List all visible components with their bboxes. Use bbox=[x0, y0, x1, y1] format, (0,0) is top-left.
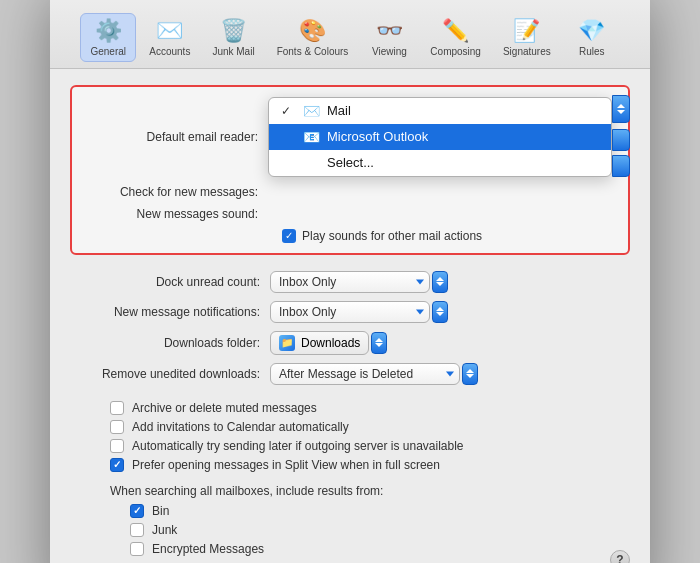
accounts-label: Accounts bbox=[149, 46, 190, 57]
sound-arrow[interactable] bbox=[612, 155, 630, 177]
dl-stepper-up bbox=[375, 338, 383, 342]
toolbar-item-signatures[interactable]: 📝 Signatures bbox=[494, 13, 560, 62]
search-section: When searching all mailboxes, include re… bbox=[70, 484, 630, 556]
dock-unread-label: Dock unread count: bbox=[70, 275, 270, 289]
encrypted-label: Encrypted Messages bbox=[152, 542, 264, 556]
dock-unread-select-wrapper: Inbox Only bbox=[270, 271, 430, 293]
remove-stepper[interactable] bbox=[462, 363, 478, 385]
search-title: When searching all mailboxes, include re… bbox=[110, 484, 630, 498]
downloads-label: Downloads folder: bbox=[70, 336, 270, 350]
fonts-icon: 🎨 bbox=[299, 18, 326, 44]
toolbar-item-general[interactable]: ⚙️ General bbox=[80, 13, 136, 62]
notifications-select-wrapper: Inbox Only bbox=[270, 301, 430, 323]
rm-stepper-down bbox=[466, 374, 474, 378]
bin-label: Bin bbox=[152, 504, 169, 518]
outlook-icon: 📧 bbox=[303, 129, 319, 145]
default-reader-section: Default email reader: ✓ ✉️ Mail 📧 Micros… bbox=[70, 85, 630, 255]
general-icon: ⚙️ bbox=[95, 18, 122, 44]
remove-downloads-select-wrapper: After Message is Deleted bbox=[270, 363, 460, 385]
downloads-folder-name: Downloads bbox=[301, 336, 360, 350]
outlook-item-label: Microsoft Outlook bbox=[327, 129, 428, 144]
invitations-label: Add invitations to Calendar automaticall… bbox=[132, 420, 349, 434]
dropdown-item-outlook[interactable]: 📧 Microsoft Outlook bbox=[269, 124, 611, 150]
content-area: Default email reader: ✓ ✉️ Mail 📧 Micros… bbox=[50, 69, 650, 564]
auto-send-checkbox-row: Automatically try sending later if outgo… bbox=[110, 439, 630, 453]
archive-checkbox[interactable] bbox=[110, 401, 124, 415]
encrypted-checkbox-row: Encrypted Messages bbox=[130, 542, 630, 556]
dock-unread-stepper[interactable] bbox=[432, 271, 448, 293]
signatures-label: Signatures bbox=[503, 46, 551, 57]
dropdown-item-select[interactable]: Select... bbox=[269, 150, 611, 176]
auto-send-checkbox[interactable] bbox=[110, 439, 124, 453]
toolbar-item-rules[interactable]: 💎 Rules bbox=[564, 13, 620, 62]
mail-icon: ✉️ bbox=[303, 103, 319, 119]
fonts-label: Fonts & Colours bbox=[277, 46, 349, 57]
remove-downloads-row: Remove unedited downloads: After Message… bbox=[70, 363, 630, 385]
encrypted-checkbox[interactable] bbox=[130, 542, 144, 556]
folder-icon: 📁 bbox=[279, 335, 295, 351]
check-messages-label: Check for new messages: bbox=[88, 185, 268, 199]
mail-check: ✓ bbox=[281, 104, 295, 118]
junk-label: Junk Mail bbox=[212, 46, 254, 57]
dock-unread-select[interactable]: Inbox Only bbox=[270, 271, 430, 293]
toolbar-item-composing[interactable]: ✏️ Composing bbox=[421, 13, 490, 62]
arrow-down-icon bbox=[617, 110, 625, 114]
notif-stepper-up bbox=[436, 307, 444, 311]
bin-checkbox-row: Bin bbox=[130, 504, 630, 518]
bin-checkbox[interactable] bbox=[130, 504, 144, 518]
downloads-stepper[interactable] bbox=[371, 332, 387, 354]
split-view-label: Prefer opening messages in Split View wh… bbox=[132, 458, 440, 472]
notifications-label: New message notifications: bbox=[70, 305, 270, 319]
rm-stepper-up bbox=[466, 369, 474, 373]
preferences-window: General ⚙️ General ✉️ Accounts 🗑️ Junk M… bbox=[50, 0, 650, 563]
toolbar-item-accounts[interactable]: ✉️ Accounts bbox=[140, 13, 199, 62]
toolbar-item-fonts[interactable]: 🎨 Fonts & Colours bbox=[268, 13, 358, 62]
notifications-stepper[interactable] bbox=[432, 301, 448, 323]
reader-dropdown-arrow[interactable] bbox=[612, 95, 630, 123]
auto-send-label: Automatically try sending later if outgo… bbox=[132, 439, 464, 453]
rules-icon: 💎 bbox=[578, 18, 605, 44]
dl-stepper-down bbox=[375, 343, 383, 347]
select-icon bbox=[303, 155, 319, 171]
toolbar-item-junk-mail[interactable]: 🗑️ Junk Mail bbox=[203, 13, 263, 62]
junk-label: Junk bbox=[152, 523, 177, 537]
general-label: General bbox=[90, 46, 126, 57]
stepper-down-icon bbox=[436, 282, 444, 286]
accounts-icon: ✉️ bbox=[156, 18, 183, 44]
junk-checkbox[interactable] bbox=[130, 523, 144, 537]
window-title: General bbox=[110, 0, 578, 1]
remove-downloads-select[interactable]: After Message is Deleted bbox=[270, 363, 460, 385]
new-sound-label: New messages sound: bbox=[88, 207, 268, 221]
composing-icon: ✏️ bbox=[442, 18, 469, 44]
play-sounds-checkbox[interactable]: ✓ bbox=[282, 229, 296, 243]
viewing-icon: 👓 bbox=[376, 18, 403, 44]
split-view-checkbox[interactable] bbox=[110, 458, 124, 472]
play-sounds-row: ✓ Play sounds for other mail actions bbox=[88, 229, 612, 243]
dropdown-item-mail[interactable]: ✓ ✉️ Mail bbox=[269, 98, 611, 124]
archive-checkbox-row: Archive or delete muted messages bbox=[110, 401, 630, 415]
notifications-select[interactable]: Inbox Only bbox=[270, 301, 430, 323]
check-messages-row: Check for new messages: bbox=[88, 185, 612, 199]
stepper-up-icon bbox=[436, 277, 444, 281]
default-reader-row: Default email reader: ✓ ✉️ Mail 📧 Micros… bbox=[88, 97, 612, 177]
downloads-folder-button[interactable]: 📁 Downloads bbox=[270, 331, 369, 355]
select-item-label: Select... bbox=[327, 155, 374, 170]
default-reader-label: Default email reader: bbox=[88, 130, 268, 144]
dock-unread-row: Dock unread count: Inbox Only bbox=[70, 271, 630, 293]
toolbar: ⚙️ General ✉️ Accounts 🗑️ Junk Mail 🎨 Fo… bbox=[80, 7, 620, 68]
archive-label: Archive or delete muted messages bbox=[132, 401, 317, 415]
composing-label: Composing bbox=[430, 46, 481, 57]
junk-checkbox-row: Junk bbox=[130, 523, 630, 537]
notif-stepper-down bbox=[436, 312, 444, 316]
rules-label: Rules bbox=[579, 46, 605, 57]
split-view-checkbox-row: Prefer opening messages in Split View wh… bbox=[110, 458, 630, 472]
dropdown-menu: ✓ ✉️ Mail 📧 Microsoft Outlook Se bbox=[268, 97, 612, 177]
notifications-row: New message notifications: Inbox Only bbox=[70, 301, 630, 323]
downloads-row: Downloads folder: 📁 Downloads bbox=[70, 331, 630, 355]
play-sounds-label: Play sounds for other mail actions bbox=[302, 229, 482, 243]
check-messages-arrow[interactable] bbox=[612, 129, 630, 151]
invitations-checkbox[interactable] bbox=[110, 420, 124, 434]
main-form: Dock unread count: Inbox Only New messag… bbox=[70, 271, 630, 385]
toolbar-item-viewing[interactable]: 👓 Viewing bbox=[361, 13, 417, 62]
titlebar: General ⚙️ General ✉️ Accounts 🗑️ Junk M… bbox=[50, 0, 650, 69]
